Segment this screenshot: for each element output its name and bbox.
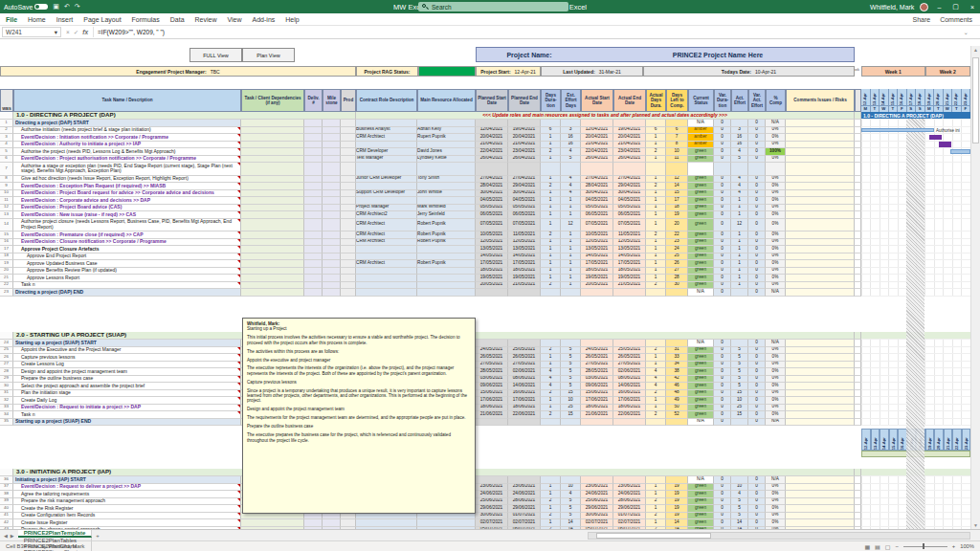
- actual-days-cell[interactable]: 1: [646, 219, 666, 232]
- var-effort-cell[interactable]: 0: [748, 362, 766, 369]
- pct-complete-cell[interactable]: 0%: [766, 246, 786, 253]
- row-number-cell[interactable]: 40: [0, 505, 13, 513]
- var-effort-cell[interactable]: 0: [748, 246, 766, 253]
- actual-end-cell[interactable]: [613, 340, 646, 347]
- act-cell[interactable]: [855, 505, 861, 513]
- planned-end-cell[interactable]: 29/04/2021: [508, 183, 541, 190]
- milestone-cell[interactable]: [323, 134, 341, 142]
- row-number-cell[interactable]: 11: [0, 197, 13, 205]
- var-effort-cell[interactable]: 0: [748, 176, 766, 184]
- search-input[interactable]: Search: [418, 2, 568, 11]
- act-effort-cell[interactable]: 1: [731, 231, 748, 239]
- redo-icon[interactable]: ↷: [75, 3, 80, 11]
- actual-end-cell[interactable]: 16/06/2021: [613, 390, 646, 398]
- actual-days-cell[interactable]: 1: [646, 197, 666, 205]
- page-layout-view-icon[interactable]: ▤: [875, 543, 880, 550]
- est-effort-cell[interactable]: 3: [561, 127, 581, 135]
- planned-start-cell[interactable]: 21/06/2021: [476, 411, 508, 419]
- task-name-cell[interactable]: Approve End Project Report: [13, 253, 241, 261]
- last-updated-cell[interactable]: Last Updated:31-Mar-21: [541, 66, 643, 77]
- var-duration-cell[interactable]: 0: [714, 519, 731, 527]
- row-number-cell[interactable]: 1: [0, 120, 13, 127]
- actual-days-cell[interactable]: 2: [646, 231, 666, 239]
- actual-days-cell[interactable]: 1: [646, 253, 666, 261]
- dependency-cell[interactable]: [241, 190, 304, 198]
- actual-end-cell[interactable]: 20/04/2021: [613, 134, 646, 142]
- act-effort-cell[interactable]: 10: [731, 397, 748, 405]
- pct-complete-cell[interactable]: 0%: [766, 491, 786, 498]
- actual-start-cell[interactable]: 21/04/2021: [581, 142, 613, 149]
- task-name-cell[interactable]: Prepare the outline business case: [13, 376, 241, 384]
- days-left-cell[interactable]: 7: [666, 134, 688, 142]
- pct-complete-cell[interactable]: 0%: [766, 411, 786, 419]
- planned-end-cell[interactable]: 28/06/2021: [508, 498, 541, 506]
- enter-icon[interactable]: ✓: [74, 29, 78, 36]
- prod-cell[interactable]: [341, 197, 356, 205]
- gantt-day-column[interactable]: 17-AprS: [907, 89, 917, 112]
- act-cell[interactable]: [855, 354, 861, 362]
- section-notice[interactable]: <<< Update roles and main resources assi…: [356, 112, 855, 120]
- row-number-cell[interactable]: [0, 469, 13, 476]
- actual-start-cell[interactable]: [581, 476, 613, 484]
- row-number-cell[interactable]: 24: [0, 340, 13, 347]
- var-duration-cell[interactable]: 0: [714, 484, 731, 492]
- var-effort-cell[interactable]: 0: [748, 498, 766, 506]
- vertical-scroll-thumb[interactable]: [972, 57, 979, 143]
- var-effort-cell[interactable]: 0: [748, 390, 766, 398]
- prod-cell[interactable]: [341, 148, 356, 156]
- comments-cell[interactable]: [786, 163, 855, 176]
- days-duration-cell[interactable]: [541, 163, 561, 176]
- comments-cell[interactable]: [786, 275, 855, 282]
- act-cell[interactable]: [855, 156, 861, 164]
- act-cell[interactable]: [855, 340, 861, 347]
- act-cell[interactable]: [855, 289, 861, 297]
- row-number-cell[interactable]: 29: [0, 376, 13, 384]
- status-cell[interactable]: N/A: [688, 340, 714, 347]
- planned-start-cell[interactable]: 19/05/2021: [476, 275, 508, 282]
- actual-start-cell[interactable]: 17/06/2021: [581, 397, 613, 405]
- task-name-cell[interactable]: Approve Benefits Review Plan (if updated…: [13, 268, 241, 276]
- menu-item-data[interactable]: Data: [170, 16, 185, 23]
- planned-start-cell[interactable]: 18/05/2021: [476, 268, 508, 276]
- act-cell[interactable]: [855, 246, 861, 253]
- resource-cell[interactable]: Robert Pupnik: [417, 231, 476, 239]
- act-effort-cell[interactable]: 10: [731, 484, 748, 492]
- actual-start-cell[interactable]: 20/05/2021: [581, 282, 613, 290]
- act-cell[interactable]: [855, 484, 861, 492]
- days-duration-cell[interactable]: 1: [541, 246, 561, 253]
- var-duration-cell[interactable]: 0: [714, 513, 731, 520]
- status-cell[interactable]: green: [688, 347, 714, 355]
- act-effort-cell[interactable]: 1: [731, 268, 748, 276]
- pct-complete-cell[interactable]: 0%: [766, 205, 786, 212]
- planned-end-cell[interactable]: [508, 120, 541, 127]
- task-name-cell[interactable]: Authorise initiation (needs project brie…: [13, 127, 241, 135]
- prod-cell[interactable]: [341, 183, 356, 190]
- pct-complete-cell[interactable]: 0%: [766, 142, 786, 149]
- status-cell[interactable]: green: [688, 368, 714, 376]
- var-duration-cell[interactable]: 0: [714, 275, 731, 282]
- actual-days-cell[interactable]: 2: [646, 411, 666, 419]
- actual-start-cell[interactable]: 24/06/2021: [581, 491, 613, 498]
- status-cell[interactable]: green: [688, 491, 714, 498]
- milestone-cell[interactable]: [323, 289, 341, 297]
- row-number-cell[interactable]: 21: [0, 275, 13, 282]
- menu-item-help[interactable]: Help: [285, 16, 299, 23]
- actual-end-cell[interactable]: 05/05/2021: [613, 205, 646, 212]
- pct-complete-cell[interactable]: 0%: [766, 505, 786, 513]
- act-cell[interactable]: [855, 112, 861, 120]
- days-left-cell[interactable]: 24: [666, 246, 688, 253]
- planned-start-cell[interactable]: 17/06/2021: [476, 397, 508, 405]
- act-effort-cell[interactable]: 5: [731, 376, 748, 384]
- days-left-cell[interactable]: [666, 120, 688, 127]
- act-cell[interactable]: [855, 275, 861, 282]
- comments-cell[interactable]: [786, 183, 855, 190]
- days-left-cell[interactable]: 11: [666, 156, 688, 164]
- var-duration-cell[interactable]: 0: [714, 340, 731, 347]
- est-effort-cell[interactable]: 1: [561, 268, 581, 276]
- var-duration-cell[interactable]: 0: [714, 411, 731, 419]
- actual-days-cell[interactable]: 2: [646, 183, 666, 190]
- prod-cell[interactable]: [341, 176, 356, 184]
- row-number-cell[interactable]: 15: [0, 231, 13, 239]
- tab-nav-left-icon[interactable]: ◀: [4, 533, 8, 539]
- planned-start-cell[interactable]: 28/04/2021: [476, 183, 508, 190]
